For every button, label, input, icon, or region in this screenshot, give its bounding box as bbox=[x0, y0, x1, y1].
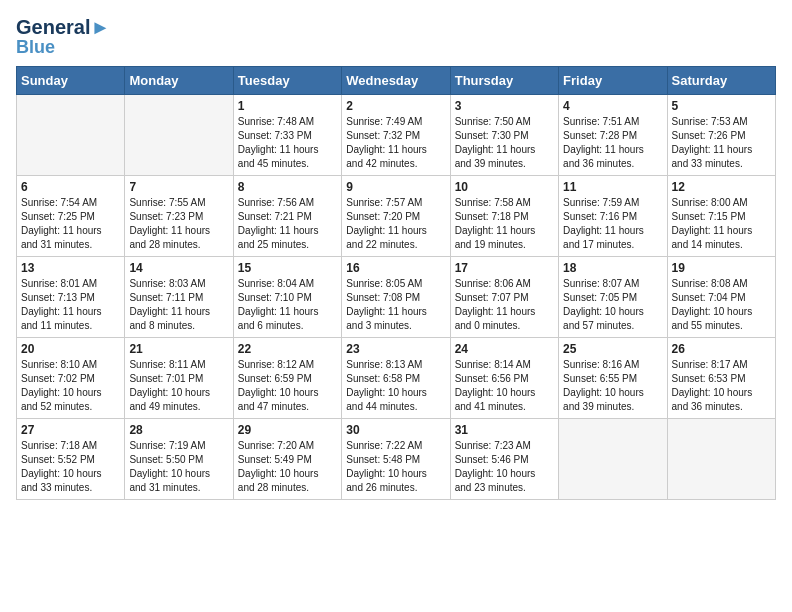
calendar-cell: 22Sunrise: 8:12 AMSunset: 6:59 PMDayligh… bbox=[233, 337, 341, 418]
day-info: Sunrise: 8:05 AMSunset: 7:08 PMDaylight:… bbox=[346, 277, 445, 333]
day-number: 18 bbox=[563, 261, 662, 275]
day-number: 23 bbox=[346, 342, 445, 356]
calendar-cell: 20Sunrise: 8:10 AMSunset: 7:02 PMDayligh… bbox=[17, 337, 125, 418]
weekday-header-thursday: Thursday bbox=[450, 66, 558, 94]
weekday-header-saturday: Saturday bbox=[667, 66, 775, 94]
day-info: Sunrise: 7:48 AMSunset: 7:33 PMDaylight:… bbox=[238, 115, 337, 171]
weekday-header-wednesday: Wednesday bbox=[342, 66, 450, 94]
calendar-cell: 15Sunrise: 8:04 AMSunset: 7:10 PMDayligh… bbox=[233, 256, 341, 337]
day-number: 10 bbox=[455, 180, 554, 194]
day-number: 3 bbox=[455, 99, 554, 113]
weekday-header-tuesday: Tuesday bbox=[233, 66, 341, 94]
calendar-cell bbox=[125, 94, 233, 175]
calendar-cell: 17Sunrise: 8:06 AMSunset: 7:07 PMDayligh… bbox=[450, 256, 558, 337]
calendar-cell: 14Sunrise: 8:03 AMSunset: 7:11 PMDayligh… bbox=[125, 256, 233, 337]
day-info: Sunrise: 8:07 AMSunset: 7:05 PMDaylight:… bbox=[563, 277, 662, 333]
calendar-cell: 6Sunrise: 7:54 AMSunset: 7:25 PMDaylight… bbox=[17, 175, 125, 256]
day-info: Sunrise: 8:00 AMSunset: 7:15 PMDaylight:… bbox=[672, 196, 771, 252]
day-number: 13 bbox=[21, 261, 120, 275]
day-info: Sunrise: 8:16 AMSunset: 6:55 PMDaylight:… bbox=[563, 358, 662, 414]
calendar-cell: 25Sunrise: 8:16 AMSunset: 6:55 PMDayligh… bbox=[559, 337, 667, 418]
day-info: Sunrise: 7:53 AMSunset: 7:26 PMDaylight:… bbox=[672, 115, 771, 171]
calendar-cell: 28Sunrise: 7:19 AMSunset: 5:50 PMDayligh… bbox=[125, 418, 233, 499]
calendar-cell: 13Sunrise: 8:01 AMSunset: 7:13 PMDayligh… bbox=[17, 256, 125, 337]
day-number: 11 bbox=[563, 180, 662, 194]
day-info: Sunrise: 8:13 AMSunset: 6:58 PMDaylight:… bbox=[346, 358, 445, 414]
calendar-week-4: 20Sunrise: 8:10 AMSunset: 7:02 PMDayligh… bbox=[17, 337, 776, 418]
day-info: Sunrise: 8:14 AMSunset: 6:56 PMDaylight:… bbox=[455, 358, 554, 414]
calendar-cell: 11Sunrise: 7:59 AMSunset: 7:16 PMDayligh… bbox=[559, 175, 667, 256]
calendar-cell: 18Sunrise: 8:07 AMSunset: 7:05 PMDayligh… bbox=[559, 256, 667, 337]
day-number: 6 bbox=[21, 180, 120, 194]
day-number: 15 bbox=[238, 261, 337, 275]
day-info: Sunrise: 8:03 AMSunset: 7:11 PMDaylight:… bbox=[129, 277, 228, 333]
day-number: 9 bbox=[346, 180, 445, 194]
calendar-cell: 19Sunrise: 8:08 AMSunset: 7:04 PMDayligh… bbox=[667, 256, 775, 337]
calendar-cell bbox=[17, 94, 125, 175]
day-number: 12 bbox=[672, 180, 771, 194]
day-number: 25 bbox=[563, 342, 662, 356]
day-info: Sunrise: 7:50 AMSunset: 7:30 PMDaylight:… bbox=[455, 115, 554, 171]
day-info: Sunrise: 8:04 AMSunset: 7:10 PMDaylight:… bbox=[238, 277, 337, 333]
calendar-cell: 5Sunrise: 7:53 AMSunset: 7:26 PMDaylight… bbox=[667, 94, 775, 175]
day-info: Sunrise: 7:20 AMSunset: 5:49 PMDaylight:… bbox=[238, 439, 337, 495]
day-info: Sunrise: 8:10 AMSunset: 7:02 PMDaylight:… bbox=[21, 358, 120, 414]
day-info: Sunrise: 7:22 AMSunset: 5:48 PMDaylight:… bbox=[346, 439, 445, 495]
day-info: Sunrise: 7:19 AMSunset: 5:50 PMDaylight:… bbox=[129, 439, 228, 495]
calendar-cell bbox=[667, 418, 775, 499]
day-info: Sunrise: 7:59 AMSunset: 7:16 PMDaylight:… bbox=[563, 196, 662, 252]
calendar-cell: 12Sunrise: 8:00 AMSunset: 7:15 PMDayligh… bbox=[667, 175, 775, 256]
day-number: 8 bbox=[238, 180, 337, 194]
day-number: 7 bbox=[129, 180, 228, 194]
calendar-cell: 29Sunrise: 7:20 AMSunset: 5:49 PMDayligh… bbox=[233, 418, 341, 499]
day-number: 1 bbox=[238, 99, 337, 113]
day-number: 4 bbox=[563, 99, 662, 113]
day-number: 21 bbox=[129, 342, 228, 356]
day-info: Sunrise: 7:51 AMSunset: 7:28 PMDaylight:… bbox=[563, 115, 662, 171]
day-number: 29 bbox=[238, 423, 337, 437]
calendar-cell: 1Sunrise: 7:48 AMSunset: 7:33 PMDaylight… bbox=[233, 94, 341, 175]
day-info: Sunrise: 7:56 AMSunset: 7:21 PMDaylight:… bbox=[238, 196, 337, 252]
day-number: 22 bbox=[238, 342, 337, 356]
calendar-week-2: 6Sunrise: 7:54 AMSunset: 7:25 PMDaylight… bbox=[17, 175, 776, 256]
calendar-cell: 30Sunrise: 7:22 AMSunset: 5:48 PMDayligh… bbox=[342, 418, 450, 499]
calendar-cell: 24Sunrise: 8:14 AMSunset: 6:56 PMDayligh… bbox=[450, 337, 558, 418]
day-info: Sunrise: 7:57 AMSunset: 7:20 PMDaylight:… bbox=[346, 196, 445, 252]
calendar-cell: 7Sunrise: 7:55 AMSunset: 7:23 PMDaylight… bbox=[125, 175, 233, 256]
calendar-week-3: 13Sunrise: 8:01 AMSunset: 7:13 PMDayligh… bbox=[17, 256, 776, 337]
day-info: Sunrise: 7:18 AMSunset: 5:52 PMDaylight:… bbox=[21, 439, 120, 495]
page-header: General► Blue bbox=[16, 16, 776, 58]
day-number: 27 bbox=[21, 423, 120, 437]
calendar-cell: 3Sunrise: 7:50 AMSunset: 7:30 PMDaylight… bbox=[450, 94, 558, 175]
calendar-cell: 26Sunrise: 8:17 AMSunset: 6:53 PMDayligh… bbox=[667, 337, 775, 418]
day-number: 20 bbox=[21, 342, 120, 356]
day-info: Sunrise: 8:17 AMSunset: 6:53 PMDaylight:… bbox=[672, 358, 771, 414]
weekday-header-monday: Monday bbox=[125, 66, 233, 94]
logo-blue: Blue bbox=[16, 38, 110, 58]
day-info: Sunrise: 7:58 AMSunset: 7:18 PMDaylight:… bbox=[455, 196, 554, 252]
day-info: Sunrise: 7:49 AMSunset: 7:32 PMDaylight:… bbox=[346, 115, 445, 171]
day-info: Sunrise: 8:11 AMSunset: 7:01 PMDaylight:… bbox=[129, 358, 228, 414]
day-number: 31 bbox=[455, 423, 554, 437]
day-number: 19 bbox=[672, 261, 771, 275]
day-info: Sunrise: 7:23 AMSunset: 5:46 PMDaylight:… bbox=[455, 439, 554, 495]
calendar-cell: 16Sunrise: 8:05 AMSunset: 7:08 PMDayligh… bbox=[342, 256, 450, 337]
calendar-cell: 31Sunrise: 7:23 AMSunset: 5:46 PMDayligh… bbox=[450, 418, 558, 499]
day-info: Sunrise: 8:06 AMSunset: 7:07 PMDaylight:… bbox=[455, 277, 554, 333]
day-number: 5 bbox=[672, 99, 771, 113]
calendar-cell: 10Sunrise: 7:58 AMSunset: 7:18 PMDayligh… bbox=[450, 175, 558, 256]
calendar-cell: 4Sunrise: 7:51 AMSunset: 7:28 PMDaylight… bbox=[559, 94, 667, 175]
calendar-cell: 23Sunrise: 8:13 AMSunset: 6:58 PMDayligh… bbox=[342, 337, 450, 418]
calendar-cell bbox=[559, 418, 667, 499]
day-info: Sunrise: 7:55 AMSunset: 7:23 PMDaylight:… bbox=[129, 196, 228, 252]
day-number: 14 bbox=[129, 261, 228, 275]
calendar-cell: 27Sunrise: 7:18 AMSunset: 5:52 PMDayligh… bbox=[17, 418, 125, 499]
calendar-week-1: 1Sunrise: 7:48 AMSunset: 7:33 PMDaylight… bbox=[17, 94, 776, 175]
calendar-cell: 8Sunrise: 7:56 AMSunset: 7:21 PMDaylight… bbox=[233, 175, 341, 256]
weekday-header-friday: Friday bbox=[559, 66, 667, 94]
weekday-header-sunday: Sunday bbox=[17, 66, 125, 94]
day-number: 26 bbox=[672, 342, 771, 356]
day-number: 24 bbox=[455, 342, 554, 356]
day-number: 16 bbox=[346, 261, 445, 275]
calendar-week-5: 27Sunrise: 7:18 AMSunset: 5:52 PMDayligh… bbox=[17, 418, 776, 499]
